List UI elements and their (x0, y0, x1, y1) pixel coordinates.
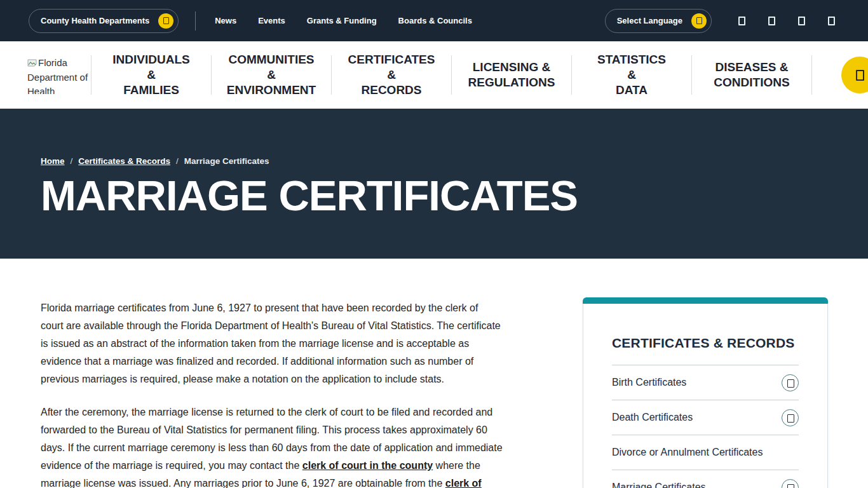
nav-item-diseases-conditions[interactable]: DISEASES & CONDITIONS (692, 60, 811, 90)
clerk-of-link[interactable]: clerk of (445, 478, 482, 488)
sidebar-item-label: Marriage Certificates (612, 482, 706, 488)
nav-item-individuals-families[interactable]: INDIVIDUALS & FAMILIES (92, 52, 211, 98)
social-icon-2[interactable] (768, 17, 775, 25)
search-button[interactable] (841, 57, 868, 93)
search-icon (856, 70, 864, 81)
sidebar-item-label: Birth Certificates (612, 377, 686, 388)
card-title: CERTIFICATES & RECORDS (612, 336, 799, 351)
expand-icon[interactable] (782, 479, 799, 488)
broken-image-icon (27, 59, 37, 67)
breadcrumb-separator: / (176, 156, 179, 166)
breadcrumb-home[interactable]: Home (41, 156, 65, 166)
expand-icon[interactable] (782, 374, 799, 391)
nav-item-statistics-data[interactable]: STATISTICS & DATA (572, 52, 691, 98)
sidebar-item-birth-certificates[interactable]: Birth Certificates (612, 365, 799, 400)
topbar-links: News Events Grants & Funding Boards & Co… (215, 16, 472, 25)
social-icons (738, 17, 835, 25)
select-language-label: Select Language (617, 16, 682, 25)
select-language-button[interactable]: Select Language (605, 9, 712, 33)
social-icon-4[interactable] (828, 17, 835, 25)
top-utility-bar: County Health Departments News Events Gr… (0, 0, 868, 41)
sidebar-item-label: Death Certificates (612, 412, 693, 423)
topbar-link-grants-funding[interactable]: Grants & Funding (307, 16, 377, 25)
topbar-link-boards-councils[interactable]: Boards & Councils (398, 16, 472, 25)
paragraph-intro: Florida marriage certificates from June … (41, 299, 503, 388)
expand-icon[interactable] (782, 409, 799, 426)
main-navigation: Florida Department of Health INDIVIDUALS… (0, 41, 868, 109)
topbar-divider (195, 11, 196, 30)
breadcrumb-current-page: Marriage Certificates (184, 156, 269, 166)
sidebar-item-label: Divorce or Annulment Certificates (612, 447, 763, 458)
breadcrumb: Home / Certificates & Records / Marriage… (41, 156, 868, 166)
social-icon-3[interactable] (798, 17, 805, 25)
breadcrumb-separator: / (71, 156, 73, 166)
social-icon-1[interactable] (738, 17, 745, 25)
sidebar-item-marriage-certificates[interactable]: Marriage Certificates (612, 470, 799, 488)
county-health-departments-button[interactable]: County Health Departments (29, 9, 179, 33)
clerk-of-court-county-link[interactable]: clerk of court in the county (302, 460, 433, 471)
nav-divider (811, 55, 812, 95)
paragraph-process: After the ceremony, the marriage license… (41, 403, 503, 488)
language-globe-icon (691, 13, 707, 29)
nav-item-licensing-regulations[interactable]: LICENSING & REGULATIONS (452, 60, 571, 90)
breadcrumb-certificates-records[interactable]: Certificates & Records (78, 156, 170, 166)
topbar-link-events[interactable]: Events (258, 16, 285, 25)
topbar-link-news[interactable]: News (215, 16, 236, 25)
certificates-records-card: CERTIFICATES & RECORDS Birth Certificate… (583, 297, 828, 488)
hero-banner: Home / Certificates & Records / Marriage… (0, 109, 868, 259)
county-health-departments-label: County Health Departments (41, 16, 149, 25)
nav-item-certificates-records[interactable]: CERTIFICATES & RECORDS (332, 52, 451, 98)
logo[interactable]: Florida Department of Health (27, 56, 91, 94)
article-body: Florida marriage certificates from June … (41, 299, 503, 488)
page-title: MARRIAGE CERTIFICATES (41, 174, 868, 217)
sidebar-item-divorce-annulment-certificates[interactable]: Divorce or Annulment Certificates (612, 435, 799, 470)
county-dropdown-icon (158, 13, 173, 29)
page-content: Florida marriage certificates from June … (0, 259, 868, 488)
card-accent-bar (583, 297, 828, 304)
nav-item-communities-environment[interactable]: COMMUNITIES & ENVIRONMENT (212, 52, 331, 98)
sidebar-item-death-certificates[interactable]: Death Certificates (612, 400, 799, 435)
